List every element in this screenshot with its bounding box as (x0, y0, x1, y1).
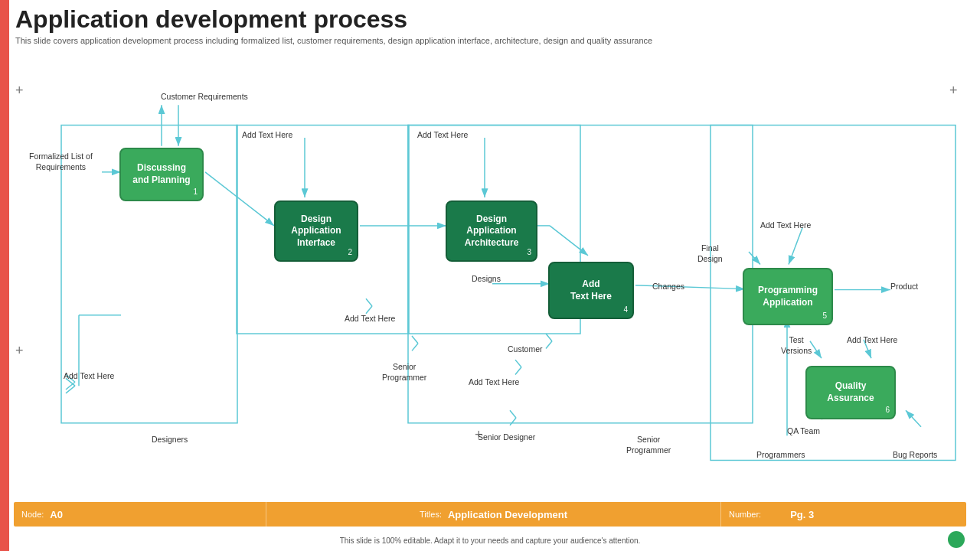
label-customer-req: Customer Requirements (161, 92, 248, 103)
footer-titles: Titles: Application Development (266, 502, 721, 527)
label-product: Product (890, 282, 918, 292)
label-add-text-3: Add Text Here (345, 314, 395, 324)
svg-line-25 (546, 334, 552, 341)
label-add-text-6: Add Text Here (847, 335, 897, 346)
box1-step: 1 (193, 187, 198, 197)
svg-line-39 (366, 298, 372, 306)
process-box-qa[interactable]: QualityAssurance 6 (805, 366, 896, 419)
box2-label: DesignApplicationInterface (291, 214, 341, 249)
label-programmers: Programmers (756, 450, 805, 461)
label-senior-prog-1: SeniorProgrammer (382, 362, 426, 383)
box3-step: 3 (527, 247, 531, 257)
process-box-discussing[interactable]: Discussingand Planning 1 (119, 148, 204, 201)
svg-line-22 (412, 344, 418, 351)
svg-line-29 (789, 228, 802, 265)
box6-label: QualityAssurance (827, 380, 874, 404)
process-box-architecture[interactable]: DesignApplicationArchitecture 3 (446, 201, 537, 262)
process-box-add-text[interactable]: AddText Here 4 (548, 262, 634, 319)
titles-value: Application Development (448, 509, 567, 520)
number-label: Number: (729, 510, 761, 519)
svg-line-28 (749, 252, 760, 265)
label-designers: Designers (152, 435, 188, 445)
page-title: Application development process (15, 6, 965, 33)
node-value: A0 (50, 509, 63, 520)
box4-step: 4 (623, 305, 628, 315)
header: Application development process This sli… (15, 6, 965, 45)
label-formalized: Formalized List ofRequirements (29, 152, 93, 172)
svg-line-34 (906, 410, 921, 426)
titles-label: Titles: (420, 510, 442, 519)
label-test-versions: TestVersions (781, 335, 812, 356)
label-final-design: FinalDesign (697, 243, 723, 264)
box2-step: 2 (348, 247, 352, 257)
label-bug-reports: Bug Reports (893, 450, 937, 461)
footer-number: Number: Pg. 3 (721, 502, 966, 527)
label-add-text-5: Add Text Here (760, 220, 811, 231)
svg-line-13 (205, 172, 274, 226)
label-add-text-bottom: Add Text Here (64, 371, 114, 382)
svg-line-12 (66, 386, 75, 393)
svg-line-41 (510, 410, 516, 418)
svg-line-16 (550, 226, 588, 256)
label-customer: Customer (508, 344, 543, 355)
box4-label: AddText Here (570, 279, 612, 302)
left-accent (0, 0, 9, 551)
box6-step: 6 (885, 405, 890, 415)
box5-label: ProgrammingApplication (758, 285, 818, 308)
page-subtitle: This slide covers application developmen… (15, 36, 965, 45)
number-value: Pg. 3 (790, 509, 814, 520)
label-designs: Designs (472, 274, 501, 285)
svg-line-38 (366, 306, 372, 314)
box1-label: Discussingand Planning (132, 162, 190, 186)
svg-line-23 (412, 336, 418, 344)
label-qa-team: QA Team (787, 426, 820, 437)
diagram-area: Discussingand Planning 1 DesignApplicati… (14, 84, 966, 501)
svg-line-40 (510, 418, 516, 425)
label-add-text-2: Add Text Here (417, 130, 468, 141)
svg-line-26 (515, 367, 521, 375)
label-changes: Changes (652, 282, 684, 292)
label-add-text-4: Add Text Here (469, 377, 519, 388)
box5-step: 5 (822, 311, 827, 321)
svg-line-27 (515, 360, 521, 367)
footer-bar: Node: A0 Titles: Application Development… (14, 502, 966, 527)
label-senior-designer: Senior Designer (478, 432, 535, 443)
box3-label: DesignApplicationArchitecture (465, 214, 519, 249)
label-add-text-1: Add Text Here (242, 130, 292, 141)
label-senior-prog-2: SeniorProgrammer (626, 435, 671, 455)
bottom-note: This slide is 100% editable. Adapt it to… (0, 536, 980, 545)
footer-node: Node: A0 (14, 502, 266, 527)
process-box-design-interface[interactable]: DesignApplicationInterface 2 (274, 201, 358, 262)
green-circle-decoration (948, 531, 965, 548)
svg-line-37 (66, 382, 75, 390)
node-label: Node: (21, 510, 44, 519)
process-box-programming[interactable]: ProgrammingApplication 5 (743, 268, 833, 325)
svg-line-24 (546, 341, 552, 349)
